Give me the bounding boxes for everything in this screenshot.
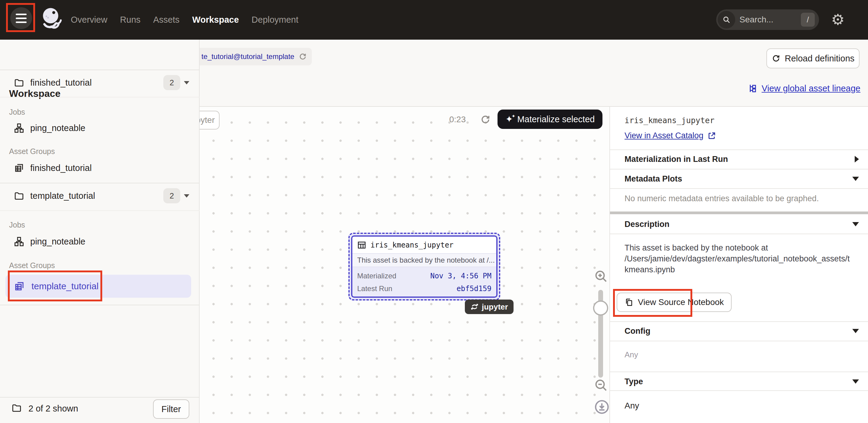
section-type[interactable]: Type <box>610 372 868 391</box>
divider <box>610 341 868 341</box>
asset-group-name: template_tutorial <box>31 281 99 291</box>
section-header-label: Config <box>624 327 852 336</box>
zoom-slider-handle[interactable] <box>593 300 608 315</box>
chevron-down-icon[interactable] <box>184 194 189 198</box>
refresh-icon[interactable] <box>480 114 491 125</box>
external-link-icon <box>707 131 716 141</box>
hamburger-icon <box>16 13 27 15</box>
asset-detail-title: iris_kmeans_jupyter <box>624 116 714 125</box>
asset-group-name: finished_tutorial <box>30 163 92 173</box>
repo-row-finished-tutorial[interactable]: finished_tutorial 2 <box>0 73 199 92</box>
hamburger-menu-button[interactable] <box>10 7 32 29</box>
chevron-down-icon[interactable] <box>184 81 189 84</box>
refresh-timer: 0:23 <box>438 113 466 126</box>
materialize-selected-button[interactable]: ✦✦ Materialize selected <box>497 110 602 129</box>
sidebar-item-job-ping-noteable[interactable]: ping_noteable <box>0 232 199 250</box>
materialized-row: Materialized Nov 3, 4:56 PM <box>357 270 492 282</box>
jupyter-tag[interactable]: jupyter <box>465 300 514 314</box>
catalog-link-label: View in Asset Catalog <box>624 131 704 141</box>
asset-node-stats: Materialized Nov 3, 4:56 PM Latest Run e… <box>352 267 496 297</box>
view-in-asset-catalog-link[interactable]: View in Asset Catalog <box>624 131 716 141</box>
reload-icon <box>772 54 781 63</box>
asset-node-title: iris_kmeans_jupyter <box>371 241 454 249</box>
job-name: ping_noteable <box>30 123 85 133</box>
asset-groups-section-label: Asset Groups <box>9 147 55 156</box>
divider <box>0 210 199 211</box>
view-source-notebook-button[interactable]: View Source Notebook <box>617 293 732 312</box>
asset-graph-canvas[interactable]: pyter 0:23 ✦✦ Materialize selected iris_… <box>199 107 610 423</box>
sidebar-item-group-template-tutorial-selected[interactable]: template_tutorial <box>5 275 191 298</box>
asset-group-icon <box>14 281 25 292</box>
view-global-asset-lineage-link[interactable]: View global asset lineage <box>748 82 861 95</box>
repo-row-template-tutorial[interactable]: template_tutorial 2 <box>0 187 199 205</box>
definitions-header: te_tutorial@tutorial_template Reload def… <box>199 40 868 107</box>
asset-node-header: iris_kmeans_jupyter <box>352 237 496 253</box>
section-materialization-last-run[interactable]: Materialization in Last Run <box>610 150 868 169</box>
asset-node-iris-kmeans-jupyter[interactable]: iris_kmeans_jupyter This asset is backed… <box>348 233 500 300</box>
metadata-empty-message: No numeric metadata entries available to… <box>624 194 819 203</box>
materialized-value[interactable]: Nov 3, 4:56 PM <box>430 272 492 280</box>
latest-run-link[interactable]: ebf5d159 <box>456 284 492 293</box>
search-bar[interactable]: / <box>716 9 819 30</box>
primary-nav: Overview Runs Assets Workspace Deploymen… <box>71 0 299 40</box>
breadcrumb-text: te_tutorial@tutorial_template <box>202 52 294 61</box>
asset-detail-panel: iris_kmeans_jupyter View in Asset Catalo… <box>610 107 868 423</box>
reload-definitions-label: Reload definitions <box>785 54 855 64</box>
sidebar-item-group-finished-tutorial[interactable]: finished_tutorial <box>0 159 199 177</box>
zoom-in-icon[interactable] <box>594 269 608 283</box>
copy-notebook-icon <box>624 298 633 307</box>
breadcrumb[interactable]: te_tutorial@tutorial_template <box>195 48 312 65</box>
nav-item-workspace[interactable]: Workspace <box>192 15 239 25</box>
asset-query-input[interactable]: pyter <box>199 111 220 129</box>
section-config[interactable]: Config <box>610 322 868 340</box>
nav-item-assets[interactable]: Assets <box>153 15 180 25</box>
asset-node-description: This asset is backed by the notebook at … <box>352 253 496 267</box>
lineage-icon <box>748 84 758 93</box>
repo-name: template_tutorial <box>30 191 95 201</box>
horizontal-scrollbar[interactable] <box>610 212 868 214</box>
type-value: Any <box>624 401 639 411</box>
materialized-label: Materialized <box>357 272 396 280</box>
section-header-label: Materialization in Last Run <box>624 155 855 164</box>
reload-definitions-button[interactable]: Reload definitions <box>766 49 860 68</box>
nav-item-deployment[interactable]: Deployment <box>252 15 299 25</box>
divider <box>610 188 868 189</box>
divider <box>610 390 868 391</box>
job-icon <box>14 123 24 133</box>
jupyter-icon <box>470 303 479 311</box>
divider <box>0 397 199 398</box>
caret-down-icon <box>852 222 859 226</box>
search-icon <box>722 16 731 24</box>
zoom-out-icon[interactable] <box>594 378 608 392</box>
config-value: Any <box>624 350 638 359</box>
chevron-right-icon <box>855 156 859 162</box>
section-header-label: Description <box>624 220 852 229</box>
view-source-label: View Source Notebook <box>638 297 724 307</box>
settings-gear-icon[interactable]: ⚙ <box>831 10 845 29</box>
repo-count-badge: 2 <box>163 75 180 90</box>
section-metadata-plots[interactable]: Metadata Plots <box>610 170 868 188</box>
nav-item-overview[interactable]: Overview <box>71 15 107 25</box>
section-header-label: Type <box>624 377 852 386</box>
divider <box>0 183 199 183</box>
nav-item-runs[interactable]: Runs <box>120 15 141 25</box>
jobs-section-label: Jobs <box>9 220 25 229</box>
job-icon <box>14 236 24 247</box>
jupyter-tag-label: jupyter <box>482 302 508 312</box>
section-description[interactable]: Description <box>610 215 868 234</box>
latest-run-row: Latest Run ebf5d159 <box>357 282 492 295</box>
sidebar-item-job-ping-noteable[interactable]: ping_noteable <box>0 119 199 137</box>
reload-icon[interactable] <box>299 52 307 61</box>
divider <box>0 97 199 97</box>
download-image-icon[interactable] <box>594 399 610 415</box>
materialize-label: Materialize selected <box>517 114 595 124</box>
search-input[interactable] <box>740 15 801 25</box>
sparkle-icon: ✦✦ <box>505 115 513 124</box>
dagster-logo[interactable] <box>39 6 66 33</box>
asset-description-text: This asset is backed by the notebook at … <box>624 242 867 275</box>
divider <box>610 234 868 234</box>
asset-node-card: iris_kmeans_jupyter This asset is backed… <box>351 235 497 298</box>
filter-button[interactable]: Filter <box>153 399 189 419</box>
caret-down-icon <box>852 380 859 384</box>
repo-count-badge: 2 <box>163 188 180 203</box>
